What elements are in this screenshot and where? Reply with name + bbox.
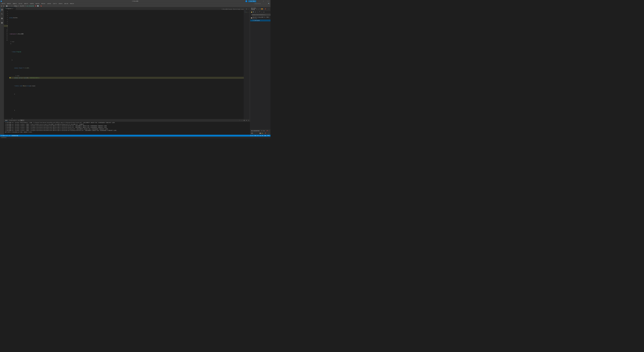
properties-pin[interactable]: 📌 xyxy=(264,132,266,134)
code-line-10: { xyxy=(9,93,244,95)
tab-program-cs[interactable]: C# Program.cs ✕ xyxy=(4,7,16,10)
solution-explorer-search[interactable] xyxy=(252,14,270,16)
code-line-8-wrapper: 0 个引用 💡 static int a = ( int )f; xyxy=(9,75,244,79)
more-actions-button[interactable]: … xyxy=(248,8,250,10)
tab-close-program-cs[interactable]: ✕ xyxy=(13,8,14,9)
se-close[interactable]: ✕ xyxy=(268,8,270,10)
menu-window[interactable]: 窗口(W) xyxy=(64,2,69,5)
tab-bar: C# Program.cs ✕ C_Sharp变量.Program › Main… xyxy=(4,7,250,10)
menu-git[interactable]: Git(G) xyxy=(18,2,23,4)
menu-analyze[interactable]: 分析(N) xyxy=(46,2,52,5)
se-btn-3[interactable]: ⟳ xyxy=(255,11,256,13)
se-btn-2[interactable]: 🔍 xyxy=(253,11,254,13)
line-num-12: 12 xyxy=(4,33,8,35)
run-icon: ▶ xyxy=(27,5,28,6)
se-btn-6[interactable]: ✏ xyxy=(261,11,263,13)
solution-icon: 📋 xyxy=(251,17,252,19)
forward-button[interactable]: ▶ xyxy=(2,5,4,7)
live-share-button[interactable]: ⚡ Live Share xyxy=(248,0,256,2)
output-panel-close[interactable]: ✕ xyxy=(248,119,250,121)
se-search-wrapper xyxy=(250,13,270,16)
se-show-all[interactable]: 👁 xyxy=(260,8,261,10)
run-button[interactable]: ▶ C_Sharp变量 xyxy=(26,5,34,7)
se-filter[interactable]: 🔽 xyxy=(261,8,263,10)
menu-project[interactable]: 项目(P) xyxy=(24,2,29,5)
se-footer-pin[interactable]: 📌 xyxy=(266,130,268,131)
maximize-button[interactable]: □ xyxy=(262,0,265,2)
activity-git[interactable] xyxy=(0,16,4,20)
output-line-5: 'C_Sharp变量.exe' (CoreCLR: clrhost): 已加载 … xyxy=(5,128,249,130)
debug-mode-select[interactable]: Debug xyxy=(14,5,19,7)
se-collapse-all[interactable]: ⊟ xyxy=(256,8,258,10)
output-content[interactable]: 'C_Sharp变量.exe' (CoreCLR: DefaultDomain)… xyxy=(4,122,250,135)
redo-button[interactable]: ↷ xyxy=(10,5,12,7)
collapse-icon-namespace[interactable]: ⊟ xyxy=(9,33,10,35)
platform-select[interactable]: Any CPU xyxy=(19,5,26,7)
line-num-14: 14 xyxy=(4,37,8,39)
se-footer-close[interactable]: ✕ xyxy=(268,130,270,131)
code-line-3: ⊟ namespace C_Sharp变量 xyxy=(9,33,244,35)
prop-btn-3[interactable]: ✏ xyxy=(263,132,264,134)
output-tab-output[interactable]: 输出 xyxy=(4,119,8,121)
properties-header: 属性 📋 🔒 ✏ 📌 − ✕ xyxy=(251,132,270,134)
close-button[interactable]: ✕ xyxy=(266,0,270,2)
code-line-12: } xyxy=(9,109,244,111)
save-button[interactable]: 💾 xyxy=(6,5,8,7)
menu-file[interactable]: 文件(F) xyxy=(0,2,6,5)
output-toolbar: 显示输出来源(S): 调试 调试 xyxy=(9,120,25,121)
minimize-button[interactable]: − xyxy=(257,0,261,2)
activity-search[interactable] xyxy=(0,12,4,16)
solution-root[interactable]: 📋 解决方案'C_Sharp变量'(1 个项目/共 1 个) xyxy=(250,16,270,19)
menu-view[interactable]: 视图(V) xyxy=(12,2,18,5)
properties-minimize[interactable]: − xyxy=(266,132,268,134)
properties-close[interactable]: ✕ xyxy=(268,132,270,134)
code-content[interactable]: using System; ⊟ namespace C_Sharp变量 0 个引… xyxy=(8,10,244,119)
menu-debug[interactable]: 调试(D) xyxy=(35,2,40,5)
output-scroll-down[interactable]: ↓ xyxy=(241,119,243,121)
restart-button[interactable]: 🔄 xyxy=(37,5,39,7)
undo-button[interactable]: ↶ xyxy=(8,5,10,7)
menu-bar: 文件(F) 编辑(E) 视图(V) Git(G) 项目(P) 生成(B) 调试(… xyxy=(0,2,270,5)
menu-build[interactable]: 生成(B) xyxy=(29,2,34,5)
status-bar-left: ⎇ main ⊗ 0 ⚠ 0 ✓ 未找到相关问题 xyxy=(1,135,18,136)
minimap-scrollbar xyxy=(250,10,250,119)
output-source-select[interactable]: 调试 xyxy=(20,120,24,121)
stop-button[interactable]: ⏹ xyxy=(35,5,37,7)
output-scroll-up[interactable]: ↑ xyxy=(239,119,241,121)
menu-help[interactable]: 帮助(H) xyxy=(69,2,75,5)
output-line-1: 'C_Sharp变量.exe' (CoreCLR: DefaultDomain)… xyxy=(5,122,249,123)
se-settings[interactable]: ⚙ xyxy=(263,8,264,10)
menu-test[interactable]: 测试(S) xyxy=(40,2,46,5)
menu-extensions[interactable]: 扩展(X) xyxy=(58,2,63,5)
line-num-9: 9 xyxy=(4,27,8,29)
menu-edit[interactable]: 编辑(E) xyxy=(6,2,12,5)
back-button[interactable]: ◀ xyxy=(0,5,2,7)
solution-project[interactable]: ⬡ C_Sharp变量 xyxy=(250,19,270,21)
collapse-icon-main[interactable]: ⊟ xyxy=(14,85,15,87)
tab-file-icon: C# xyxy=(5,8,6,9)
se-btn-7[interactable]: ⚙ xyxy=(263,11,265,13)
prop-btn-1[interactable]: 📋 xyxy=(260,132,261,134)
output-settings[interactable]: ⚙ xyxy=(246,119,247,121)
bookmark-button[interactable]: 🔖 xyxy=(40,5,42,7)
prop-btn-2[interactable]: 🔒 xyxy=(261,132,263,134)
se-btn-1[interactable]: 📁 xyxy=(251,11,252,13)
menu-tools[interactable]: 工具(T) xyxy=(52,2,58,5)
se-refresh[interactable]: ↻ xyxy=(258,8,259,10)
se-pin[interactable]: 📌 xyxy=(264,8,266,10)
right-sidebar: 解决方案资源管理器 ⊟ ↻ 👁 🔽 ⚙ 📌 − ✕ 📁 🔍 ⟳ ⭳ ⭱ xyxy=(250,7,270,135)
title-bar-left: VS xyxy=(0,0,2,2)
se-minimize[interactable]: − xyxy=(266,8,268,10)
title-bar-right: 1 ⚡ Live Share − □ ✕ xyxy=(246,0,270,2)
activity-debug[interactable] xyxy=(0,21,4,25)
se-btn-4[interactable]: ⭳ xyxy=(257,11,259,13)
solution-explorer-footer[interactable]: 解决方案资源管理器 Git 更改 📌 ✕ xyxy=(250,130,270,132)
activity-explorer[interactable] xyxy=(0,8,4,11)
lightbulb-icon[interactable]: 💡 xyxy=(9,77,11,79)
collapse-icon-class[interactable]: ⊟ xyxy=(12,51,12,53)
solution-tree: 📋 解决方案'C_Sharp变量'(1 个项目/共 1 个) ⬡ C_Sharp… xyxy=(250,16,270,21)
search-input[interactable] xyxy=(254,3,268,4)
se-btn-5[interactable]: ⭱ xyxy=(259,11,261,13)
split-editor-button[interactable]: ⊞ xyxy=(246,8,247,10)
output-clear[interactable]: 🗑 xyxy=(243,119,245,121)
